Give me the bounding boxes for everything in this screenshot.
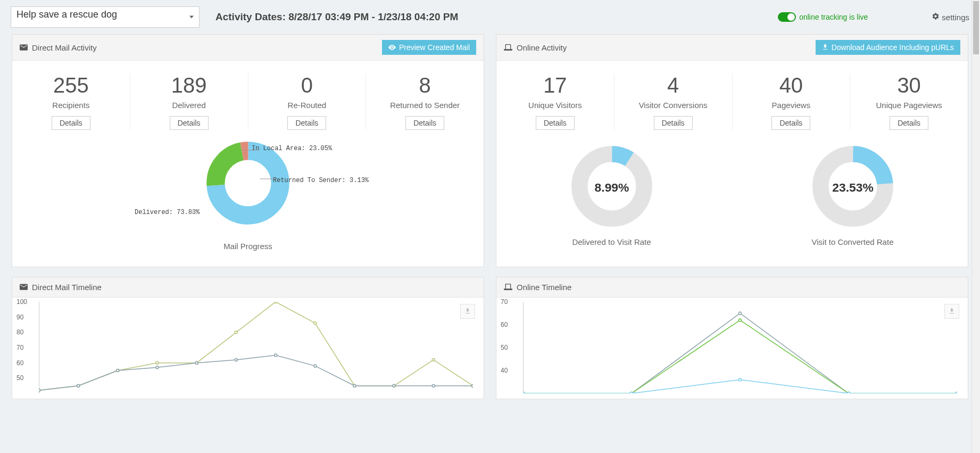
metric-label: Unique Visitors (502, 101, 609, 110)
campaign-select[interactable]: Help save a rescue dog (11, 6, 200, 28)
svg-point-38 (739, 319, 742, 322)
settings-button[interactable]: settings (932, 12, 969, 22)
eye-icon (388, 43, 396, 52)
direct-mail-activity-panel: Direct Mail Activity Preview Created Mai… (12, 34, 484, 267)
donut-caption: Mail Progress (23, 242, 473, 251)
online-activity-panel: Online Activity Download Audience Includ… (496, 34, 968, 267)
details-button[interactable]: Details (890, 116, 928, 130)
direct-mail-timeline-panel: Direct Mail Timeline 1009080706050 (12, 277, 484, 399)
metric-rerouted: 0 Re-Routed Details (248, 73, 367, 130)
delivered-to-visit-gauge: 8.99% Delivered to Visit Rate (569, 144, 654, 246)
preview-button-label: Preview Created Mail (399, 43, 470, 52)
svg-point-42 (630, 392, 633, 394)
online-metrics: 17 Unique Visitors Details 4 Visitor Con… (496, 61, 968, 135)
metric-unique-pageviews: 30 Unique Pageviews Details (850, 73, 968, 130)
svg-point-24 (275, 354, 277, 357)
metric-value: 30 (856, 73, 962, 97)
vertical-scrollbar[interactable] (971, 0, 980, 453)
tracking-status[interactable]: online tracking is live (778, 12, 868, 22)
svg-point-18 (39, 389, 40, 392)
activity-dates-label: Activity Dates: 8/28/17 03:49 PM - 1/23/… (215, 11, 458, 23)
metric-label: Visitor Conversions (620, 101, 727, 110)
svg-point-28 (432, 384, 435, 387)
gear-icon (932, 12, 940, 22)
direct-mail-timeline-chart (39, 302, 473, 393)
svg-point-11 (235, 331, 237, 334)
svg-point-9 (156, 361, 159, 364)
svg-point-33 (739, 312, 742, 315)
svg-point-25 (314, 365, 317, 367)
svg-point-29 (472, 384, 474, 387)
gauge-center-text: 8.99% (594, 180, 629, 194)
y-axis-tick: 50 (16, 374, 23, 382)
panel-header: Online Activity Download Audience Includ… (496, 35, 968, 61)
svg-point-12 (275, 302, 277, 303)
panel-header: Online Timeline (496, 277, 968, 298)
scrollbar-thumb[interactable] (973, 1, 979, 54)
y-axis-tick: 60 (501, 321, 508, 328)
direct-mail-metrics: 255 Recipients Details 189 Delivered Det… (12, 61, 484, 135)
metric-recipients: 255 Recipients Details (12, 73, 130, 130)
metric-value: 189 (136, 73, 243, 97)
details-button[interactable]: Details (287, 116, 326, 130)
chart-body: 1009080706050 (12, 298, 484, 399)
metric-label: Re-Routed (254, 101, 361, 110)
donut-label-returned: Returned To Sender: 3.13% (273, 177, 369, 184)
svg-point-21 (156, 366, 159, 369)
laptop-icon (504, 43, 512, 52)
metric-label: Pageviews (738, 101, 845, 110)
tracking-toggle[interactable] (778, 12, 796, 22)
y-axis-tick: 50 (501, 344, 508, 351)
download-audience-button[interactable]: Download Audience Including pURLs (816, 40, 960, 55)
svg-point-20 (117, 369, 119, 372)
y-axis-tick: 60 (16, 359, 23, 367)
svg-point-13 (314, 322, 317, 325)
metric-value: 40 (738, 73, 845, 97)
panel-title: Online Activity (517, 43, 567, 52)
svg-point-43 (739, 378, 742, 381)
metric-label: Delivered (136, 101, 243, 110)
settings-label: settings (942, 13, 969, 22)
metric-value: 255 (18, 73, 124, 97)
metric-label: Unique Pageviews (856, 101, 962, 110)
y-axis-tick: 80 (16, 328, 23, 336)
svg-point-45 (956, 392, 958, 394)
donut-label-delivered: Delivered: 73.83% (135, 209, 200, 216)
metric-value: 0 (254, 73, 361, 97)
y-axis-tick: 100 (16, 298, 27, 306)
metric-pageviews: 40 Pageviews Details (733, 73, 851, 130)
details-button[interactable]: Details (536, 116, 575, 130)
donut-label-inlocal: In Local Area: 23.05% (252, 145, 332, 152)
visit-to-converted-gauge: 23.53% Visit to Converted Rate (810, 144, 895, 246)
gauge-center-text: 23.53% (832, 180, 873, 194)
metric-value: 4 (620, 73, 727, 97)
panel-header: Direct Mail Activity Preview Created Mai… (12, 35, 484, 61)
tracking-status-text: online tracking is live (799, 13, 868, 21)
details-button[interactable]: Details (405, 116, 444, 130)
envelope-icon (20, 43, 28, 52)
details-button[interactable]: Details (170, 116, 209, 130)
svg-point-16 (432, 358, 435, 361)
y-axis-tick: 70 (501, 298, 508, 306)
y-axis-tick: 40 (501, 367, 508, 374)
svg-point-27 (393, 384, 395, 387)
details-button[interactable]: Details (771, 116, 810, 130)
metric-label: Returned to Sender (371, 101, 478, 110)
online-timeline-chart (523, 302, 957, 393)
download-button-label: Download Audience Including pURLs (832, 43, 954, 52)
panel-header: Direct Mail Timeline (12, 277, 484, 298)
panel-title: Online Timeline (517, 283, 571, 292)
preview-created-mail-button[interactable]: Preview Created Mail (382, 40, 476, 55)
envelope-icon (20, 283, 28, 292)
metric-delivered: 189 Delivered Details (130, 73, 248, 130)
panel-title: Direct Mail Timeline (32, 283, 102, 292)
svg-point-26 (353, 384, 356, 387)
metric-unique-visitors: 17 Unique Visitors Details (496, 73, 614, 130)
details-button[interactable]: Details (654, 116, 693, 130)
details-button[interactable]: Details (52, 116, 90, 130)
chart-body: 70605040 (496, 298, 968, 399)
svg-point-44 (848, 392, 850, 394)
svg-point-22 (195, 361, 198, 364)
y-axis-tick: 70 (16, 344, 23, 351)
svg-point-41 (523, 392, 525, 394)
